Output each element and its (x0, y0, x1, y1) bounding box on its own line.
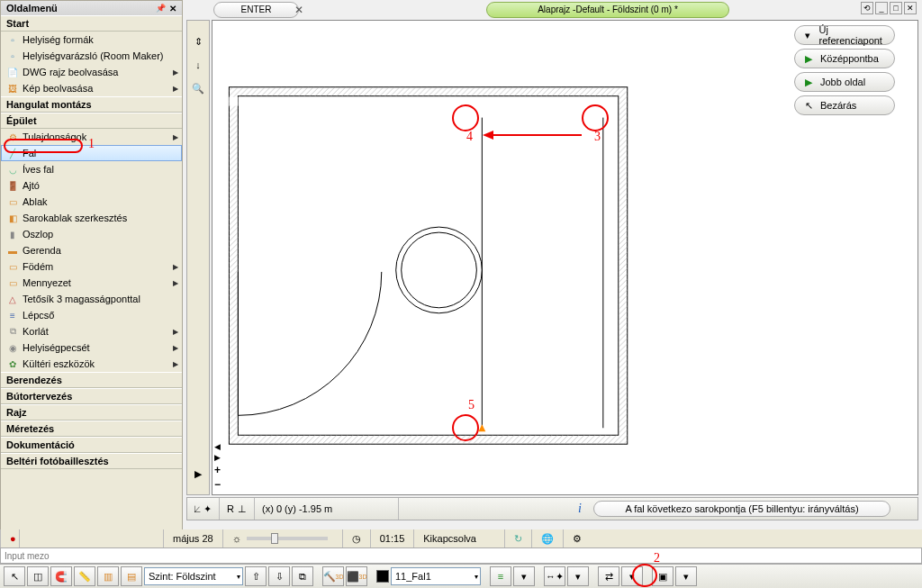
chevron-right-icon: ▶ (173, 344, 178, 352)
tool-zoom-icon[interactable]: 🔍 (190, 80, 206, 96)
sidebar-item-room-maker[interactable]: ▫Helyiségvarázsló (Room Maker) (1, 48, 182, 64)
refresh-icon[interactable]: ↻ (514, 533, 522, 545)
cursor-tool-icon[interactable]: ↖ (4, 566, 25, 586)
reference-point-panel: ▾Új referenciapont ▶Középpontba ▶Jobb ol… (794, 25, 895, 115)
window-dropdown-icon[interactable]: ▾ (675, 566, 697, 586)
axis-mode-icon[interactable]: ⟀ ✦ (187, 498, 220, 520)
clock-icon: ◷ (352, 533, 361, 545)
date-display: május 28 (173, 533, 213, 544)
slab-icon: ▭ (6, 260, 19, 273)
window-icon[interactable]: ▣ (652, 566, 673, 586)
chevron-right-icon: ▶ (173, 263, 178, 271)
section-epulet[interactable]: Épület (1, 113, 182, 129)
sidebar-item-properties[interactable]: ⚙Tulajdonságok▶ (1, 129, 182, 145)
snap-dropdown-icon[interactable]: ▾ (621, 566, 643, 586)
material-swatch[interactable] (376, 570, 389, 583)
window-minimize-icon[interactable]: _ (875, 2, 888, 14)
section-butor[interactable]: Bútortervezés (1, 388, 182, 404)
chevron-right-icon: ▶ (173, 328, 178, 336)
window-close-icon[interactable]: ✕ (904, 2, 917, 14)
section-rajz[interactable]: Rajz (1, 404, 182, 421)
sidebar-item-room-shapes[interactable]: ▫Helyiség formák (1, 32, 182, 48)
close-panel-button[interactable]: ↖Bezárás (794, 95, 895, 115)
select-tool-icon[interactable]: ◫ (27, 566, 49, 586)
3d-hammer-icon[interactable]: 🔨3D (322, 566, 344, 586)
sidebar-close-icon[interactable]: ✕ (169, 4, 176, 14)
hint-text: A fal következo sarokpontja (F5 billenty… (593, 501, 890, 517)
ruler-tool-icon[interactable]: 📏 (74, 566, 95, 586)
layer-dropdown[interactable]: 11_Fal1 (391, 567, 481, 585)
tool-double-arrow-icon[interactable]: ⇕ (190, 33, 206, 50)
sidebar-item-column[interactable]: ▮Oszlop (1, 226, 182, 242)
sidebar-item-roof[interactable]: △Tetősík 3 magasságponttal (1, 291, 182, 307)
arrow-mode-icon[interactable]: ↔✦ (544, 566, 565, 586)
chevron-right-icon: ▶ (173, 68, 178, 77)
mode-dropdown[interactable]: Kikapcsolva (423, 533, 495, 544)
section-start[interactable]: Start (1, 15, 182, 32)
right-side-button[interactable]: ▶Jobb oldal (794, 72, 895, 92)
sidebar-item-beam[interactable]: ▬Gerenda (1, 242, 182, 258)
sidebar-collapse-icon[interactable]: ▶ (190, 466, 206, 482)
sidebar-item-image-import[interactable]: 🖼Kép beolvasása▶ (1, 80, 182, 96)
ceiling-icon: ▭ (6, 276, 19, 289)
snap-icon[interactable]: ⇄ (598, 566, 619, 586)
sidebar-item-room-stamp[interactable]: ◉Helyiségpecsét▶ (1, 339, 182, 356)
chevron-right-icon: ▶ (173, 85, 178, 93)
document-title-tab[interactable]: Alaprajz -Default - Földszint (0 m) * (486, 2, 729, 18)
sidebar-item-railing[interactable]: ⧉Korlát▶ (1, 323, 182, 339)
sidebar-item-outdoor-tools[interactable]: ✿Kültéri eszközök▶ (1, 356, 182, 372)
layers2-tool-icon[interactable]: ▤ (121, 566, 142, 586)
sidebar-item-window[interactable]: ▭Ablak (1, 194, 182, 210)
zoom-out-icon[interactable]: − (214, 478, 221, 491)
center-button[interactable]: ▶Középpontba (794, 49, 895, 68)
linetype-dropdown-icon[interactable]: ▾ (513, 566, 535, 586)
command-input[interactable] (1, 548, 921, 563)
level-up-icon[interactable]: ⇧ (245, 566, 267, 586)
svg-marker-8 (478, 424, 485, 431)
gear-icon[interactable]: ⚙ (573, 533, 582, 545)
enter-tab[interactable]: ENTER (213, 2, 299, 18)
sidebar-item-door[interactable]: 🚪Ajtó (1, 177, 182, 194)
railing-icon: ⧉ (6, 325, 19, 338)
sidebar-pin-icon[interactable]: 📌 (156, 4, 166, 14)
reference-mode-icon[interactable]: R⊥ (220, 498, 255, 520)
record-icon[interactable]: ● (10, 533, 16, 544)
window-restore-icon[interactable]: ⟲ (861, 2, 873, 14)
window-maximize-icon[interactable]: □ (890, 2, 902, 14)
sun-small-icon[interactable]: ☼ (232, 533, 241, 544)
sidebar-item-stairs[interactable]: ≡Lépcső (1, 307, 182, 323)
arrow-mode-dropdown-icon[interactable]: ▾ (567, 566, 589, 586)
level-settings-icon[interactable]: ⧉ (292, 566, 313, 586)
section-belteri[interactable]: Beltéri fotóbaillesztés (1, 453, 182, 469)
scroll-right-icon[interactable]: ▶ (214, 453, 221, 462)
image-import-icon: 🖼 (6, 82, 19, 95)
section-berendezes[interactable]: Berendezés (1, 372, 182, 388)
time-slider[interactable] (247, 537, 328, 540)
sidebar-item-corner-window[interactable]: ◧Sarokablak szerkesztés (1, 210, 182, 226)
stamp-icon: ◉ (6, 341, 19, 354)
sidebar-item-dwg-import[interactable]: 📄DWG rajz beolvasása▶ (1, 64, 182, 80)
scroll-left-icon[interactable]: ◀ (214, 442, 221, 451)
linetype-icon[interactable]: ≡ (490, 566, 511, 586)
svg-point-5 (402, 232, 477, 308)
zoom-in-icon[interactable]: + (214, 464, 221, 476)
3d-view-icon[interactable]: ⬛3D (346, 566, 367, 586)
info-icon[interactable]: i (572, 502, 588, 516)
section-hangulat[interactable]: Hangulat montázs (1, 96, 182, 113)
corner-window-icon: ◧ (6, 212, 19, 224)
sidebar-item-wall[interactable]: ╱Fal (1, 145, 182, 161)
arrow-down-icon: ▾ (802, 30, 814, 41)
magnet-tool-icon[interactable]: 🧲 (50, 566, 72, 586)
globe-icon[interactable]: 🌐 (541, 533, 554, 545)
layers-tool-icon[interactable]: ▥ (97, 566, 119, 586)
section-dokumentacio[interactable]: Dokumentáció (1, 437, 182, 453)
sidebar-item-slab[interactable]: ▭Födém▶ (1, 258, 182, 275)
new-refpoint-button[interactable]: ▾Új referenciapont (794, 25, 895, 45)
tool-down-arrow-icon[interactable]: ↓ (190, 57, 206, 73)
level-dropdown[interactable]: Szint: Földszint (144, 567, 243, 585)
section-meretezes[interactable]: Méretezés (1, 421, 182, 437)
sidebar-item-ceiling[interactable]: ▭Mennyezet▶ (1, 275, 182, 291)
sidebar-item-curved-wall[interactable]: ◡Íves fal (1, 161, 182, 177)
enter-tab-close-icon[interactable]: ✕ (294, 4, 303, 16)
level-down-icon[interactable]: ⇩ (268, 566, 290, 586)
